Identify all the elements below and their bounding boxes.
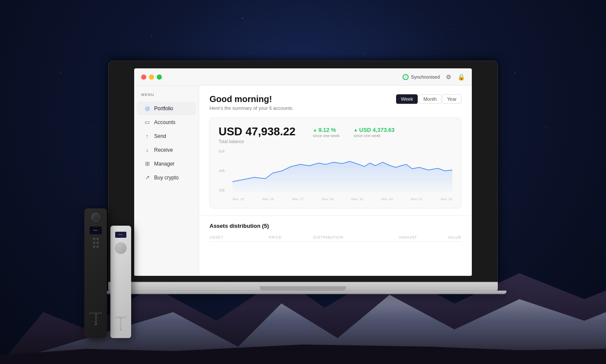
chart-y-labels: 60k 40k 20k <box>219 149 232 192</box>
greeting-text: Good morning! Here's the summary of your… <box>210 94 293 111</box>
traffic-lights <box>141 74 162 80</box>
sidebar-item-manager-label: Manager <box>154 161 174 167</box>
main-content: Good morning! Here's the summary of your… <box>199 86 472 276</box>
accounts-icon: ▭ <box>144 119 151 125</box>
balance-card: USD 47,938.22 Total balance ▲ <box>210 118 461 208</box>
sidebar-item-buy-crypto[interactable]: ↗ Buy crypto <box>137 171 196 184</box>
time-filter-month[interactable]: Month <box>419 94 442 104</box>
balance-top: USD 47,938.22 Total balance ▲ <box>219 125 452 144</box>
nano-x-button <box>91 213 100 221</box>
balance-main: USD 47,938.22 Total balance <box>219 125 296 144</box>
chart-x-nov18: Nov. 18 <box>322 197 333 201</box>
app-window: ✓ Synchronised ⚙ 🔒 MENU <box>134 68 472 276</box>
time-filter-week[interactable]: Week <box>396 94 418 104</box>
traffic-light-green[interactable] <box>157 74 162 80</box>
chart-x-nov20: Nov. 20 <box>381 197 393 201</box>
menu-label: MENU <box>134 93 199 101</box>
greeting-section: Good morning! Here's the summary of your… <box>210 94 461 111</box>
chart-x-nov17: Nov. 17 <box>292 197 303 201</box>
stat-usd: ▲ USD 4,373.63 since one week <box>354 127 395 138</box>
sidebar-item-accounts[interactable]: ▭ Accounts <box>137 115 196 129</box>
assets-table-header: Asset Price Distribution Amount Value <box>210 233 461 242</box>
stat-usd-sub: since one week <box>354 134 395 138</box>
ledger-nano-x: Bitcoin Bitcoin Ledger <box>84 208 108 338</box>
ledger-nano-s: Bitcoin Bitcoin Ledger <box>110 226 134 338</box>
sidebar: MENU ◎ Portfolio ▭ Accounts ↑ <box>134 86 199 276</box>
receive-icon: ↓ <box>144 147 151 153</box>
sync-label: Synchronised <box>411 74 440 80</box>
stat-usd-value: ▲ USD 4,373.63 <box>354 127 395 133</box>
chart-x-labels: Nov. 15 Nov. 16 Nov. 17 Nov. 18 Nov. 19 … <box>232 197 452 201</box>
time-filter: Week Month Year <box>396 94 461 104</box>
balance-stats: ▲ 9.12 % since one week ▲ <box>313 125 395 138</box>
arrow-up-icon-2: ▲ <box>354 128 358 132</box>
traffic-light-red[interactable] <box>141 74 146 80</box>
time-filter-year[interactable]: Year <box>442 94 461 104</box>
col-amount-header: Amount <box>373 235 417 239</box>
laptop-foot <box>100 291 506 294</box>
chart-area: 60k 40k 20k <box>219 149 452 201</box>
sidebar-item-receive-label: Receive <box>154 147 173 153</box>
divider <box>199 215 472 216</box>
greeting-subtitle: Here's the summary of your 6 accounts. <box>210 105 293 111</box>
chart-svg <box>232 149 452 192</box>
send-icon: ↑ <box>144 133 151 139</box>
lock-icon[interactable]: 🔒 <box>458 73 465 80</box>
buy-crypto-icon: ↗ <box>144 174 151 181</box>
screen-bezel: ✓ Synchronised ⚙ 🔒 MENU <box>108 61 498 282</box>
balance-amount: USD 47,938.22 <box>219 125 296 138</box>
col-price-header: Price <box>269 235 313 239</box>
sidebar-item-manager[interactable]: ⊞ Manager <box>137 157 196 170</box>
nano-x-screen: Bitcoin <box>90 227 102 234</box>
chart-x-nov15: Nov. 15 <box>232 197 244 201</box>
chart-y-20k: 20k <box>219 188 232 192</box>
col-asset-header: Asset <box>210 235 269 239</box>
titlebar: ✓ Synchronised ⚙ 🔒 <box>134 68 472 86</box>
sidebar-item-send[interactable]: ↑ Send <box>137 129 196 143</box>
nano-s-button <box>115 242 127 254</box>
sync-check-icon: ✓ <box>403 74 409 80</box>
chart-x-nov19: Nov. 19 <box>351 197 363 201</box>
sidebar-item-accounts-label: Accounts <box>154 119 175 125</box>
chart-svg-wrap <box>232 149 452 192</box>
arrow-up-icon: ▲ <box>313 128 317 132</box>
stat-percent: ▲ 9.12 % since one week <box>313 127 340 138</box>
sidebar-item-portfolio[interactable]: ◎ Portfolio <box>137 102 196 115</box>
assets-section: Assets distribution (5) Asset Price Dist… <box>210 215 461 242</box>
balance-label: Total balance <box>219 139 296 144</box>
chart-y-40k: 40k <box>219 169 232 173</box>
sidebar-item-send-label: Send <box>154 133 166 139</box>
chart-x-nov16: Nov. 16 <box>262 197 274 201</box>
laptop: ✓ Synchronised ⚙ 🔒 MENU <box>108 61 498 294</box>
col-value-header: Value <box>417 235 461 239</box>
sidebar-item-buy-crypto-label: Buy crypto <box>154 175 179 181</box>
chart-x-nov21: Nov. 21 <box>411 197 422 201</box>
screen-inner: ✓ Synchronised ⚙ 🔒 MENU <box>134 68 472 276</box>
chart-y-60k: 60k <box>219 149 232 153</box>
greeting-title: Good morning! <box>210 94 293 104</box>
sidebar-item-portfolio-label: Portfolio <box>154 105 173 112</box>
stat-percent-sub: since one week <box>313 134 340 138</box>
chart-x-nov22: Nov. 22 <box>441 197 452 201</box>
portfolio-icon: ◎ <box>144 105 151 112</box>
stat-percent-value: ▲ 9.12 % <box>313 127 340 133</box>
traffic-light-yellow[interactable] <box>149 74 154 80</box>
nano-x-icons <box>93 238 99 248</box>
laptop-base <box>108 282 498 291</box>
app-body: MENU ◎ Portfolio ▭ Accounts ↑ <box>134 86 472 276</box>
settings-icon[interactable]: ⚙ <box>446 73 451 80</box>
nano-s-screen: Bitcoin <box>115 232 126 238</box>
sync-status: ✓ Synchronised <box>403 74 440 80</box>
titlebar-right: ✓ Synchronised ⚙ 🔒 <box>403 73 465 80</box>
manager-icon: ⊞ <box>144 160 151 167</box>
assets-title: Assets distribution (5) <box>210 223 461 229</box>
sidebar-item-receive[interactable]: ↓ Receive <box>137 143 196 156</box>
col-dist-header: Distribution <box>313 235 373 239</box>
